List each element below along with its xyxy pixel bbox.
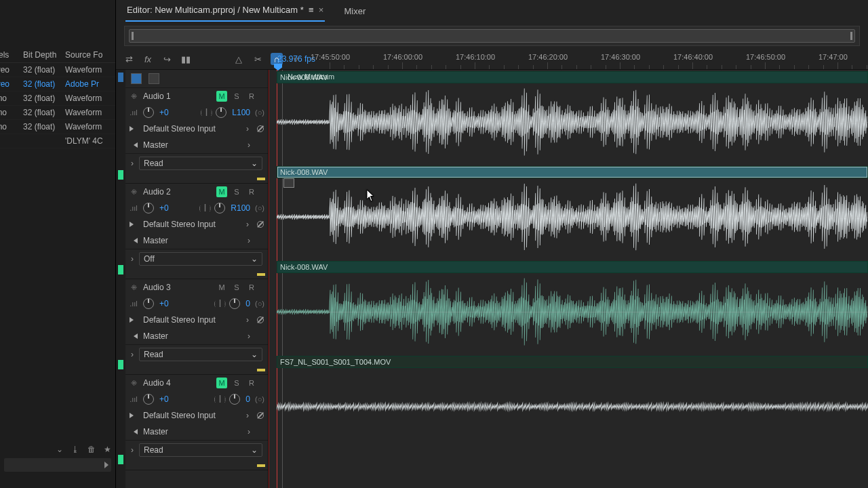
global-mute-toggle[interactable] [131, 73, 142, 84]
project-filter-bar[interactable] [4, 458, 111, 472]
track-name[interactable]: Audio 4 [143, 378, 211, 388]
track-header[interactable]: ⁜ Audio 2 M S R .ııl +0 ⟮❘⟯ R100 (○) Def… [125, 184, 268, 279]
fx-bypass-icon[interactable] [257, 221, 264, 228]
automation-expand-icon[interactable]: › [131, 159, 134, 168]
tab-menu-icon[interactable]: ≡ [309, 5, 314, 15]
automation-expand-icon[interactable]: › [131, 254, 134, 264]
cut-icon[interactable]: ✂ [252, 53, 264, 65]
track-header[interactable]: ⁜ Audio 4 M S R .ııl +0 ⟮❘⟯ 0 (○) Defaul… [125, 375, 268, 470]
chevron-down-icon[interactable]: ⌄ [56, 445, 63, 454]
solo-button[interactable]: S [231, 282, 242, 293]
track-output[interactable]: Master [143, 427, 242, 436]
chevron-right-icon[interactable]: › [248, 427, 253, 436]
loop-icon[interactable]: ⇄ [123, 53, 135, 65]
mute-button[interactable]: M [216, 378, 227, 388]
volume-knob[interactable] [143, 394, 154, 405]
track-output[interactable]: Master [143, 331, 242, 341]
warning-icon[interactable]: △ [233, 53, 245, 65]
pan-value[interactable]: 0 [245, 394, 250, 404]
track-header[interactable]: ⁜ Audio 1 M S R .ııl +0 ⟮❘⟯ L100 (○) Def… [125, 88, 268, 184]
meter-icon[interactable]: ▮▮ [180, 53, 192, 65]
track-name[interactable]: Audio 2 [143, 187, 211, 197]
fx-bypass-icon[interactable] [257, 317, 264, 323]
skip-silence-icon[interactable]: ↪ [161, 53, 173, 65]
mute-button[interactable]: M [216, 186, 227, 197]
clip[interactable]: Nick-008.WAV [277, 166, 868, 178]
pan-knob[interactable] [229, 394, 240, 405]
pan-knob[interactable] [216, 107, 226, 118]
waveform[interactable] [277, 369, 868, 444]
waveform[interactable] [277, 274, 868, 349]
star-icon[interactable]: ★ [104, 445, 111, 454]
solo-button[interactable]: S [231, 91, 242, 102]
automation-mode-select[interactable]: Read⌄ [139, 443, 262, 457]
time-ruler[interactable]: 17:45:50:0017:46:00:0017:46:10:0017:46:2… [326, 49, 868, 69]
timeline-overview[interactable] [124, 26, 860, 46]
solo-button[interactable]: S [231, 186, 242, 197]
chevron-right-icon[interactable]: › [248, 331, 253, 341]
project-row[interactable]: ono32 (float)Waveform [0, 92, 115, 106]
chevron-right-icon[interactable]: › [246, 411, 252, 420]
solo-button[interactable]: S [231, 378, 242, 388]
clip[interactable]: Nick-008.WAV [277, 261, 868, 273]
track-input[interactable]: Default Stereo Input [143, 315, 241, 325]
automation-expand-icon[interactable]: › [131, 445, 134, 455]
chevron-right-icon[interactable]: › [246, 124, 252, 134]
volume-value[interactable]: +0 [159, 299, 169, 308]
volume-value[interactable]: +0 [159, 108, 169, 117]
volume-knob[interactable] [143, 298, 154, 309]
mute-button[interactable]: M [216, 282, 227, 293]
track-output[interactable]: Master [143, 140, 242, 150]
automation-mode-select[interactable]: Read⌄ [139, 348, 262, 361]
clip[interactable]: FS7_NL_S001_S001_T004.MOV [277, 356, 868, 368]
record-button[interactable]: R [246, 378, 257, 388]
tab-mixer[interactable]: Mixer [342, 2, 367, 22]
volume-knob[interactable] [143, 107, 154, 118]
automation-mode-select[interactable]: Off⌄ [139, 252, 262, 266]
track-input[interactable]: Default Stereo Input [143, 220, 241, 229]
track-input[interactable]: Default Stereo Input [143, 124, 241, 134]
automation-expand-icon[interactable]: › [131, 350, 134, 359]
mute-button[interactable]: M [216, 91, 227, 102]
volume-value[interactable]: +0 [159, 394, 169, 404]
track-name[interactable]: Audio 1 [143, 92, 211, 101]
project-row[interactable]: 'DLYM' 4C [0, 134, 115, 148]
project-row[interactable]: ono32 (float)Waveform [0, 120, 115, 134]
close-icon[interactable]: × [319, 5, 324, 15]
tab-editor[interactable]: Editor: New Multicam.prproj / New Multic… [125, 1, 325, 22]
volume-value[interactable]: +0 [159, 203, 169, 213]
project-row[interactable]: ereo32 (float)Waveform [0, 63, 115, 77]
fx-bypass-icon[interactable] [257, 412, 264, 419]
pan-value[interactable]: R100 [231, 203, 250, 213]
track-output[interactable]: Master [143, 236, 242, 245]
clip[interactable]: Nick-008.WAV [277, 71, 868, 83]
project-row[interactable]: ereo32 (float)Adobe Pr [0, 77, 115, 92]
track-name[interactable]: Audio 3 [143, 283, 211, 292]
volume-knob[interactable] [143, 203, 154, 214]
chevron-right-icon[interactable]: › [246, 315, 252, 325]
import-icon[interactable]: ⭳ [71, 445, 79, 454]
waveform[interactable] [277, 180, 868, 254]
timecode-display[interactable]: 23.976 fps [277, 54, 315, 64]
pan-knob[interactable] [214, 203, 225, 214]
clip-area[interactable]: New Multicam Nick-008.WAVNick-008.WAVNic… [269, 70, 868, 488]
chevron-right-icon[interactable]: › [248, 140, 253, 150]
pan-value[interactable]: 0 [245, 299, 250, 308]
fx-icon[interactable]: fx [142, 53, 154, 65]
track-header[interactable]: ⁜ Audio 3 M S R .ııl +0 ⟮❘⟯ 0 (○) Defaul… [125, 279, 268, 375]
pan-value[interactable]: L100 [232, 108, 250, 117]
overview-thumb[interactable] [129, 29, 855, 43]
automation-mode-select[interactable]: Read⌄ [139, 157, 262, 170]
pan-knob[interactable] [229, 298, 240, 309]
waveform[interactable] [277, 85, 868, 159]
chevron-right-icon[interactable]: › [246, 220, 252, 229]
project-row[interactable]: ono32 (float)Waveform [0, 106, 115, 120]
record-button[interactable]: R [246, 282, 257, 293]
track-input[interactable]: Default Stereo Input [143, 411, 241, 420]
global-track-toggle[interactable] [149, 73, 159, 84]
record-button[interactable]: R [246, 186, 257, 197]
chevron-right-icon[interactable]: › [248, 236, 253, 245]
fx-bypass-icon[interactable] [257, 125, 264, 132]
trash-icon[interactable]: 🗑 [87, 445, 96, 454]
record-button[interactable]: R [246, 91, 257, 102]
